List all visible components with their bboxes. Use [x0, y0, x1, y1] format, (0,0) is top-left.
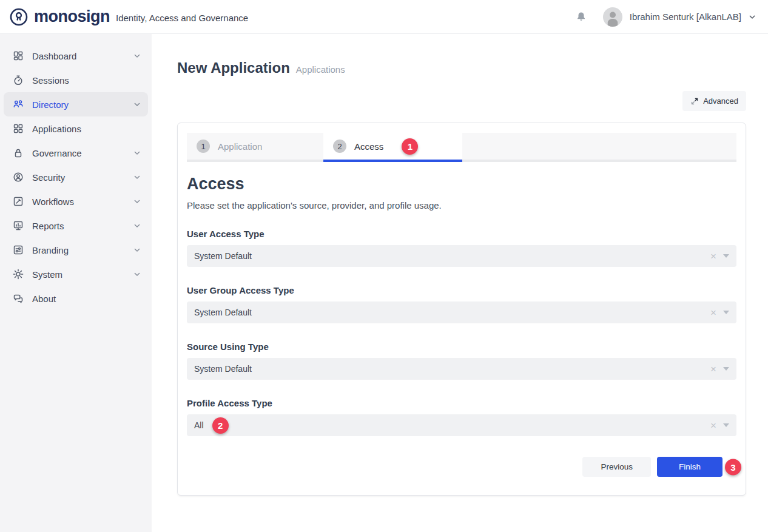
brand-tagline: Identity, Access and Governance	[116, 13, 248, 23]
chevron-down-icon	[132, 197, 142, 206]
reports-icon	[12, 220, 24, 232]
step-number-badge: 2	[333, 140, 346, 153]
tab-step-application[interactable]: 1 Application	[187, 133, 323, 160]
workflows-icon	[12, 195, 24, 207]
sidebar-item-label: Workflows	[32, 197, 132, 207]
form-description: Please set the application's source, pro…	[187, 200, 736, 210]
expand-arrows-icon	[690, 97, 699, 106]
avatar	[603, 7, 622, 27]
system-icon	[12, 268, 24, 280]
sidebar-item-directory[interactable]: Directory	[4, 92, 148, 116]
sidebar-item-label: Sessions	[32, 75, 142, 86]
main-content: New Application Applications Advanced 1 …	[152, 34, 768, 532]
field-label: User Access Type	[187, 229, 736, 239]
about-icon	[12, 292, 24, 305]
chevron-down-icon	[132, 148, 142, 158]
caret-down-icon	[723, 367, 729, 371]
field-source-using-type: Source Using Type System Default ×	[187, 342, 736, 380]
page-title: New Application	[177, 59, 290, 76]
advanced-button-label: Advanced	[703, 96, 738, 106]
wizard-tabs: 1 Application 2 Access 1	[187, 133, 736, 162]
wizard-card: 1 Application 2 Access 1 Access Please s…	[177, 123, 746, 496]
sidebar-item-label: Dashboard	[32, 51, 132, 61]
tab-filler	[462, 133, 736, 160]
field-user-group-access-type: User Group Access Type System Default ×	[187, 285, 736, 323]
select-value: System Default	[194, 364, 252, 374]
clear-icon[interactable]: ×	[710, 420, 716, 431]
brand-name: monosign	[34, 7, 110, 26]
tab-label: Application	[218, 141, 262, 152]
chevron-down-icon	[132, 269, 142, 279]
sidebar-item-reports[interactable]: Reports	[4, 214, 148, 238]
sidebar-item-branding[interactable]: Branding	[4, 238, 148, 262]
sidebar-item-label: Branding	[32, 245, 132, 255]
sidebar-item-label: Security	[32, 172, 132, 183]
chevron-down-icon	[747, 12, 757, 22]
user-access-type-select[interactable]: System Default ×	[187, 245, 736, 267]
sidebar-item-dashboard[interactable]: Dashboard	[4, 44, 148, 68]
field-profile-access-type: Profile Access Type All 2 ×	[187, 398, 736, 436]
sidebar-item-label: Applications	[32, 124, 142, 134]
select-value: System Default	[194, 251, 252, 261]
field-label: Profile Access Type	[187, 398, 736, 408]
source-using-type-select[interactable]: System Default ×	[187, 358, 736, 380]
field-label: User Group Access Type	[187, 285, 736, 295]
sidebar-item-governance[interactable]: Governance	[4, 141, 148, 165]
sidebar-item-label: About	[32, 294, 142, 304]
page-head: New Application Applications	[177, 59, 746, 76]
chevron-down-icon	[132, 99, 142, 109]
chevron-down-icon	[132, 245, 142, 255]
form-title: Access	[187, 175, 736, 194]
finish-button[interactable]: Finish	[657, 457, 723, 477]
sidebar-item-label: Directory	[32, 99, 132, 110]
sidebar-item-label: System	[32, 269, 132, 280]
sessions-icon	[12, 74, 24, 86]
notifications-bell-icon[interactable]	[575, 11, 587, 23]
user-menu[interactable]: Ibrahim Senturk [AlkanLAB]	[603, 7, 757, 27]
branding-icon	[12, 244, 24, 256]
sidebar-item-applications[interactable]: Applications	[4, 116, 148, 141]
chevron-down-icon	[132, 221, 142, 231]
previous-button[interactable]: Previous	[582, 457, 651, 477]
caret-down-icon	[723, 423, 729, 427]
brand: monosign Identity, Access and Governance	[8, 7, 248, 27]
applications-icon	[12, 123, 24, 135]
monosign-logo-icon	[8, 7, 29, 27]
caret-down-icon	[723, 254, 729, 258]
step-number-badge: 1	[197, 140, 210, 153]
page-subtitle: Applications	[296, 64, 345, 75]
clear-icon[interactable]: ×	[710, 251, 716, 261]
profile-access-type-select[interactable]: All 2 ×	[187, 414, 736, 436]
tab-label: Access	[354, 141, 383, 152]
sidebar-item-label: Governance	[32, 148, 132, 158]
sidebar-item-system[interactable]: System	[4, 262, 148, 286]
app-header: monosign Identity, Access and Governance…	[0, 0, 768, 34]
annotation-badge-1: 1	[402, 138, 418, 155]
form-footer: Previous Finish 3	[187, 457, 736, 477]
sidebar-item-workflows[interactable]: Workflows	[4, 189, 148, 214]
chevron-down-icon	[132, 172, 142, 182]
field-user-access-type: User Access Type System Default ×	[187, 229, 736, 267]
field-label: Source Using Type	[187, 342, 736, 352]
sidebar-item-label: Reports	[32, 221, 132, 231]
sidebar-item-security[interactable]: Security	[4, 165, 148, 189]
sidebar-item-sessions[interactable]: Sessions	[4, 68, 148, 92]
clear-icon[interactable]: ×	[710, 308, 716, 318]
chevron-down-icon	[132, 51, 142, 61]
directory-icon	[12, 98, 24, 110]
sidebar: Dashboard Sessions Directory	[0, 34, 152, 532]
annotation-badge-3: 3	[725, 459, 741, 475]
advanced-button[interactable]: Advanced	[682, 91, 746, 111]
security-icon	[12, 171, 24, 183]
user-name: Ibrahim Senturk [AlkanLAB]	[630, 12, 741, 22]
user-group-access-type-select[interactable]: System Default ×	[187, 301, 736, 323]
select-value: System Default	[194, 308, 252, 317]
tab-step-access[interactable]: 2 Access 1	[323, 133, 462, 160]
select-value: All	[194, 420, 204, 430]
caret-down-icon	[723, 311, 729, 314]
sidebar-item-about[interactable]: About	[4, 286, 148, 311]
annotation-badge-2: 2	[212, 417, 229, 434]
clear-icon[interactable]: ×	[710, 364, 716, 374]
dashboard-icon	[12, 50, 24, 62]
governance-icon	[12, 147, 24, 159]
